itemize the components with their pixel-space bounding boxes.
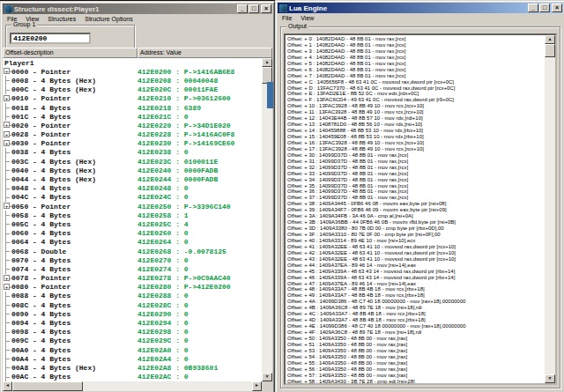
expand-plus-icon[interactable] <box>3 130 11 139</box>
address-value: 412E02A4 : 0 <box>137 355 189 363</box>
structure-row[interactable]: 00A4 - 4 Bytes412E02A4 : 0 <box>3 354 262 363</box>
address-value: 412E023C : 0100011E <box>137 158 218 166</box>
tree-line-icon <box>3 363 11 372</box>
structure-row[interactable]: 008C - 4 Bytes412E028C : 0 <box>3 300 262 309</box>
output-line: Offset: + 3B : 1409A36BB - 44 0FB6 46 0B… <box>287 219 543 226</box>
expand-plus-icon[interactable] <box>3 202 11 211</box>
structure-row[interactable]: 0070 - 4 Bytes412E0270 : 0 <box>3 255 262 264</box>
output-line: Offset: + 4B : 1409A36C8 - 48 89 7E 18 -… <box>287 305 543 311</box>
lua-vscroll-thumb[interactable] <box>545 44 555 57</box>
lua-vscrollbar[interactable] <box>545 35 555 383</box>
offset-description: 0080 - Pointer <box>11 283 70 291</box>
scroll-left-icon[interactable]: ◄ <box>3 381 12 391</box>
scroll-up-icon[interactable]: ▲ <box>262 58 272 67</box>
expand-plus-icon[interactable] <box>3 94 11 103</box>
structure-row[interactable]: 0044 - 4 Bytes (Hex)412E0244 : 0000FADB <box>3 174 262 183</box>
minimize-icon[interactable]: _ <box>237 4 248 13</box>
output-line: Offset: + 51 : 1409A3350 - 48 8B 00 - mo… <box>287 342 543 348</box>
scroll-right-icon[interactable]: ► <box>252 381 262 391</box>
address-value: 412E0264 : 0 <box>137 238 189 246</box>
structure-row[interactable]: 0040 - 4 Bytes (Hex)412E0240 : 0000FADB <box>3 166 262 174</box>
address-value: 412E0200 : P->1416AB6E8 <box>137 68 234 76</box>
structure-row[interactable]: 0080 - Pointer412E0280 : P->412E0200 <box>3 283 262 292</box>
structure-row[interactable]: 0028 - Pointer412E0228 : P->1416AC0F8 <box>3 130 262 139</box>
structure-row[interactable]: 0030 - Pointer412E0230 : P->14169CE60 <box>3 139 262 148</box>
structure-row[interactable]: 0068 - Double412E0268 : -0.0078125 <box>3 247 262 255</box>
minimize-icon[interactable]: _ <box>528 4 538 12</box>
structure-row[interactable]: 00AC - 4 Bytes412E02AC : 0 <box>3 373 262 381</box>
structure-row[interactable]: 00A0 - 4 Bytes412E02A0 : 0 <box>3 345 262 354</box>
window-title: Structure dissect:Player1 <box>14 5 237 13</box>
output-line: Offset: + 6 : 14082D4AD - 48 8B 01 - mov… <box>287 67 543 73</box>
structure-row[interactable]: 004C - 4 Bytes412E024C : 0 <box>3 193 262 202</box>
lua-engine-titlebar[interactable]: Lua Engine _ □ × <box>278 3 563 13</box>
structure-row[interactable]: 0074 - 4 Bytes412E0274 : 0 <box>3 264 262 273</box>
structure-row[interactable]: 009C - 4 Bytes412E029C : 0 <box>3 337 262 345</box>
expand-plus-icon[interactable] <box>3 121 11 129</box>
output-line: Offset: + 37 : 14099D37D - 48 8B 01 - mo… <box>287 195 543 201</box>
structure-row[interactable]: 0060 - 4 Bytes412E0260 : 0 <box>3 229 262 238</box>
offset-description: 0010 - Pointer <box>11 94 70 102</box>
column-address-value[interactable]: Address: Value <box>137 48 272 58</box>
structure-row[interactable]: 0038 - 4 Bytes412E0238 : 0 <box>3 148 262 157</box>
output-line: Offset: + 57 : 1409A3350 - 48 8B 00 - mo… <box>287 373 543 379</box>
structure-row[interactable]: 0020 - Pointer412E0220 : P->34D1E020 <box>3 121 262 129</box>
column-offset-description[interactable]: Offset-description <box>3 48 137 58</box>
structure-row[interactable]: 0058 - 4 Bytes412E0258 : 1 <box>3 211 262 219</box>
address-input[interactable] <box>10 33 91 44</box>
output-line: Offset: + 5 : 14082D4AD - 48 8B 01 - mov… <box>287 61 543 67</box>
structure-row[interactable]: 0064 - 4 Bytes412E0264 : 0 <box>3 238 262 247</box>
close-icon[interactable]: × <box>261 4 271 13</box>
structure-row[interactable]: 0090 - 4 Bytes412E0290 : 0 <box>3 309 262 318</box>
scroll-down-icon[interactable]: ▼ <box>545 374 555 383</box>
tree-line-icon <box>3 238 11 247</box>
maximize-icon[interactable]: □ <box>539 4 550 12</box>
tree-line-icon <box>3 157 11 166</box>
structure-row[interactable]: 003C - 4 Bytes (Hex)412E023C : 0100011E <box>3 157 262 166</box>
expand-plus-icon[interactable] <box>3 139 11 148</box>
scroll-down-icon[interactable]: ▼ <box>262 373 272 381</box>
menu-structure-options[interactable]: Structure Options <box>80 16 137 22</box>
structure-row[interactable]: 0088 - 4 Bytes412E0288 : 0 <box>3 292 262 300</box>
expand-plus-icon[interactable] <box>3 283 11 292</box>
tree-line-icon <box>3 300 11 309</box>
output-line: Offset: + 17 : 13FAC3928 - 48 8B 49 10 -… <box>287 146 543 152</box>
expand-plus-icon[interactable] <box>3 67 11 76</box>
structure-row[interactable]: 0008 - 4 Bytes (Hex)412E0208 : 00040048 <box>3 76 262 85</box>
lua-output-box[interactable]: Offset: + 0 : 14082D4AD - 48 8B 01 - mov… <box>284 33 557 385</box>
structure-row[interactable]: 0018 - 4 Bytes412E0218 : 6389 <box>3 103 262 112</box>
tree-line-icon <box>3 345 11 354</box>
tree-line-icon <box>3 166 11 174</box>
offset-description: 0060 - 4 Bytes <box>11 229 70 237</box>
menu-structures[interactable]: Structures <box>43 16 80 22</box>
menu-view[interactable]: View <box>296 15 318 21</box>
scroll-up-icon[interactable]: ▲ <box>545 35 555 44</box>
structure-row[interactable]: 001C - 4 Bytes412E021C : 0 <box>3 112 262 121</box>
tree-line-icon <box>3 76 11 85</box>
structure-row[interactable]: 0050 - Pointer412E0250 : P->3396C140 <box>3 202 262 211</box>
structure-hscroll-thumb[interactable] <box>12 381 83 391</box>
tree-line-icon <box>3 309 11 318</box>
menu-file[interactable]: File <box>278 15 296 21</box>
structure-dissect-window: Structure dissect:Player1 _ □ × File Vie… <box>0 1 275 392</box>
maximize-icon[interactable]: □ <box>249 4 259 13</box>
expand-plus-icon[interactable] <box>3 274 11 283</box>
structure-row[interactable]: Player1 <box>3 58 262 67</box>
output-line: Offset: + 3F : 1409A3310 - 80 7E 0F 00 -… <box>287 232 543 238</box>
structure-row[interactable]: 0078 - Pointer412E0278 : P->0C9AAC40 <box>3 274 262 283</box>
structure-row[interactable]: 0048 - 4 Bytes412E0248 : 0 <box>3 184 262 193</box>
structure-row[interactable]: 0098 - 4 Bytes412E0298 : 0 <box>3 328 262 337</box>
output-line: Offset: + 4E : 14099D386 - 48 C7 40 18 0… <box>287 323 543 329</box>
column-header: Offset-description Address: Value <box>3 48 272 58</box>
structure-row[interactable]: 0094 - 4 Bytes412E0294 : 0 <box>3 318 262 327</box>
output-line: Offset: + 15 : 140459E08 - 48 8B 53 10 -… <box>287 134 543 140</box>
structure-row[interactable]: 000C - 4 Bytes (Hex)412E020C : 00011FAE <box>3 85 262 94</box>
structure-row[interactable]: 0010 - Pointer412E0210 : P->03612600 <box>3 94 262 103</box>
structure-row[interactable]: 0000 - Pointer412E0200 : P->1416AB6E8 <box>3 67 262 76</box>
offset-description: 0050 - Pointer <box>11 203 70 211</box>
close-icon[interactable]: × <box>552 4 562 12</box>
address-value: 412E0260 : 0 <box>137 229 189 237</box>
structure-dissect-titlebar[interactable]: Structure dissect:Player1 _ □ × <box>3 4 272 14</box>
structure-row[interactable]: 005C - 4 Bytes412E025C : 4 <box>3 219 262 228</box>
structure-row[interactable]: 00A8 - 4 Bytes (Hex)412E02A8 : 0B938601 <box>3 363 262 372</box>
